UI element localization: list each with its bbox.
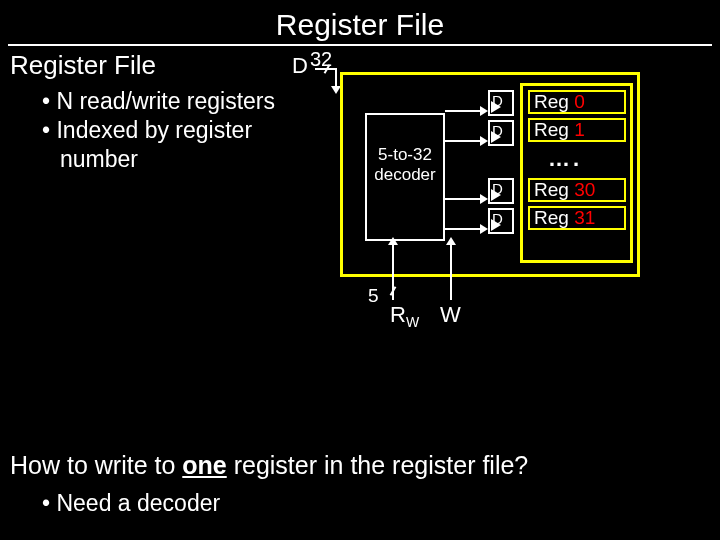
wire-d-in <box>315 68 337 70</box>
wire-d-drop <box>335 68 337 86</box>
dff-31: D <box>488 208 514 234</box>
dff-30: D <box>488 178 514 204</box>
reg-row-1: Reg 1 <box>528 118 626 142</box>
reg-prefix: Reg <box>534 179 574 200</box>
register-file-diagram: 32 D 5-to-32 decoder Reg 0 Reg 1 …. Reg … <box>340 50 710 320</box>
reg-index: 0 <box>574 91 585 112</box>
wire-dec-to-dff30 <box>445 198 480 200</box>
rw-label-sub: W <box>406 314 419 330</box>
clk-triangle-icon <box>491 219 501 231</box>
question-suffix: register in the register file? <box>227 451 529 479</box>
reg-index: 30 <box>574 179 595 200</box>
reg-ellipsis: …. <box>548 146 582 172</box>
wire-dec-to-dff1 <box>445 140 480 142</box>
decoder-label-1: 5-to-32 <box>367 145 443 165</box>
clk-triangle-icon <box>491 189 501 201</box>
reg-row-31: Reg 31 <box>528 206 626 230</box>
wire-dec-to-dff31 <box>445 228 480 230</box>
rw-label-r: R <box>390 302 406 327</box>
reg-prefix: Reg <box>534 207 574 228</box>
w-label: W <box>440 302 461 328</box>
clk-triangle-icon <box>491 131 501 143</box>
decoder-label-2: decoder <box>367 165 443 185</box>
reg-prefix: Reg <box>534 91 574 112</box>
reg-prefix: Reg <box>534 119 574 140</box>
question-prefix: How to write to <box>10 451 182 479</box>
decoder-box: 5-to-32 decoder <box>365 113 445 241</box>
dff-0: D <box>488 90 514 116</box>
bullet-item: Indexed by register number <box>42 116 302 174</box>
reg-row-0: Reg 0 <box>528 90 626 114</box>
answer-bullets: Need a decoder <box>0 480 720 517</box>
rw-label: RW <box>390 302 419 330</box>
rw-bits-label: 5 <box>368 285 379 307</box>
question-emph: one <box>182 451 226 479</box>
clk-triangle-icon <box>491 101 501 113</box>
wire-dec-to-dff0 <box>445 110 480 112</box>
wire-w-up <box>450 245 452 300</box>
bullet-item: Need a decoder <box>42 490 720 517</box>
slide-title: Register File <box>0 0 720 44</box>
reg-row-30: Reg 30 <box>528 178 626 202</box>
d-input-label: D <box>292 53 308 79</box>
reg-index: 1 <box>574 119 585 140</box>
reg-index: 31 <box>574 207 595 228</box>
dff-1: D <box>488 120 514 146</box>
question-text: How to write to one register in the regi… <box>0 433 720 480</box>
